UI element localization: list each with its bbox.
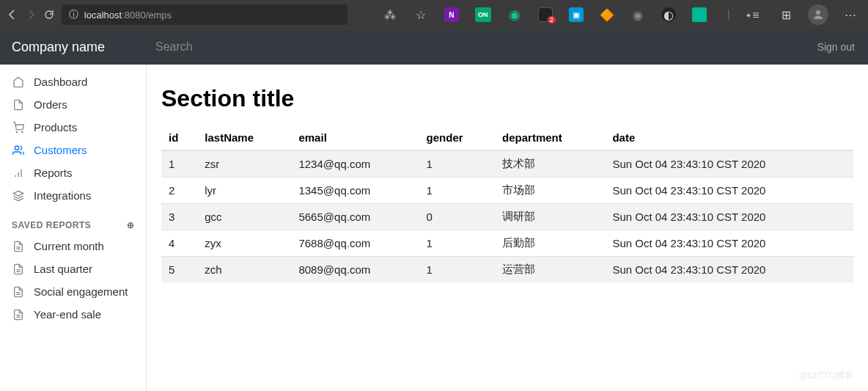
svg-point-3 [15,146,18,150]
star-icon[interactable]: ☆ [413,7,428,22]
watermark: @51CTO博客 [798,370,853,382]
sidebar-item-dashboard[interactable]: Dashboard [0,70,146,93]
cloud-ext-icon[interactable]: ▣ [569,7,584,22]
svg-point-0 [816,10,820,15]
address-bar[interactable]: ⓘ localhost:8080/emps [62,4,347,25]
forward-button[interactable] [24,3,37,26]
dark-ext-icon[interactable] [538,7,553,22]
translate-icon[interactable]: ⁂ [383,7,397,22]
refresh-button[interactable] [43,3,56,26]
sidebar-item-label: Orders [34,98,67,111]
cell-date: Sun Oct 04 23:43:10 CST 2020 [605,257,853,283]
grammarly-icon[interactable]: ◉ [507,7,522,22]
sidebar-report-item[interactable]: Social engagement [0,280,146,303]
cell-gender: 1 [419,178,496,204]
sidebar-report-item[interactable]: Current month [0,235,146,257]
search-input[interactable] [155,40,795,54]
swirl-ext-icon[interactable]: ◉ [630,7,645,22]
main-content: Section title idlastNameemailgenderdepar… [147,65,868,391]
svg-point-2 [22,131,23,132]
sidebar-section-header: SAVED REPORTS ⊕ [0,207,146,235]
cell-lastName: lyr [197,178,291,204]
sidebar-item-label: Reports [34,167,73,179]
cell-id: 3 [161,204,197,230]
sidebar-item-orders[interactable]: Orders [0,93,146,116]
cell-id: 2 [161,178,197,204]
table-row: 3gcc5665@qq.com0调研部Sun Oct 04 23:43:10 C… [161,204,853,230]
add-report-button[interactable]: ⊕ [127,220,135,230]
cell-date: Sun Oct 04 23:43:10 CST 2020 [605,178,853,204]
sidebar-item-label: Year-end sale [34,308,101,321]
sidebar-report-item[interactable]: Last quarter [0,257,146,280]
sidebar-item-label: Current month [34,240,104,252]
sidebar-item-label: Products [34,121,77,134]
employee-table: idlastNameemailgenderdepartmentdate 1zsr… [161,125,853,282]
sidebar-item-products[interactable]: Products [0,116,146,139]
col-department: department [495,125,605,150]
url-path: /emps [146,10,172,21]
sidebar-item-customers[interactable]: Customers [0,139,146,161]
search-container [147,29,804,65]
file-text-icon [12,263,25,275]
sidebar-item-reports[interactable]: Reports [0,161,146,184]
tab-ext-icon[interactable]: ◐ [661,7,676,22]
cart-icon [12,122,25,134]
url-port: :8080 [122,10,146,21]
profile-avatar[interactable] [808,4,828,25]
table-row: 2lyr1345@qq.com1市场部Sun Oct 04 23:43:10 C… [161,178,853,204]
col-email: email [291,125,419,150]
back-button[interactable] [6,3,18,26]
cell-lastName: zsr [197,150,291,178]
url-host: localhost [84,10,122,21]
cell-gender: 1 [419,150,496,178]
col-gender: gender [419,125,496,150]
svg-marker-7 [13,191,23,196]
file-text-icon [12,309,25,321]
users-icon [12,145,25,156]
cell-id: 4 [161,230,197,257]
cell-gender: 0 [419,204,496,230]
cell-department: 市场部 [495,178,605,204]
extension-icons: ⁂ ☆ N ON ◉ ▣ 🔶 ◉ ◐ | [383,7,735,22]
teal-ext-icon[interactable] [692,7,707,22]
cell-id: 1 [161,150,197,178]
cell-lastName: gcc [197,204,291,230]
cell-email: 7688@qq.com [291,230,419,257]
file-text-icon [12,241,25,252]
sidebar-report-item[interactable]: Year-end sale [0,303,146,326]
favorites-icon[interactable]: ⋆≡ [740,3,764,26]
sidebar-item-label: Integrations [34,189,91,202]
sidebar-item-integrations[interactable]: Integrations [0,184,146,207]
collections-icon[interactable]: ⊞ [774,3,798,26]
signout-link[interactable]: Sign out [804,29,868,65]
cell-date: Sun Oct 04 23:43:10 CST 2020 [605,230,853,257]
home-icon [12,76,25,88]
cell-date: Sun Oct 04 23:43:10 CST 2020 [605,204,853,230]
brand[interactable]: Company name [0,29,147,65]
on-ext-icon[interactable]: ON [475,7,491,22]
cell-email: 5665@qq.com [291,204,419,230]
col-lastName: lastName [197,125,291,150]
layers-icon [12,190,25,202]
bar-chart-icon [12,167,25,179]
separator: | [727,8,730,21]
table-row: 4zyx7688@qq.com1后勤部Sun Oct 04 23:43:10 C… [161,230,853,257]
sidebar: DashboardOrdersProductsCustomersReportsI… [0,65,147,391]
cell-lastName: zyx [197,230,291,257]
table-row: 5zch8089@qq.com1运营部Sun Oct 04 23:43:10 C… [161,257,853,283]
cell-email: 1345@qq.com [291,178,419,204]
cell-department: 技术部 [495,150,605,178]
table-row: 1zsr1234@qq.com1技术部Sun Oct 04 23:43:10 C… [161,150,853,178]
sidebar-item-label: Customers [34,144,87,156]
multi-ext-icon[interactable]: 🔶 [600,7,614,22]
sidebar-item-label: Last quarter [34,263,92,275]
more-icon[interactable]: ⋯ [839,3,862,26]
col-id: id [161,125,197,150]
browser-toolbar: ⓘ localhost:8080/emps ⁂ ☆ N ON ◉ ▣ 🔶 ◉ ◐… [0,0,868,29]
app-topbar: Company name Sign out [0,29,868,65]
onenote-icon[interactable]: N [444,7,459,22]
page-title: Section title [161,85,853,112]
cell-date: Sun Oct 04 23:43:10 CST 2020 [605,150,853,178]
cell-email: 1234@qq.com [291,150,419,178]
svg-point-1 [16,131,17,132]
